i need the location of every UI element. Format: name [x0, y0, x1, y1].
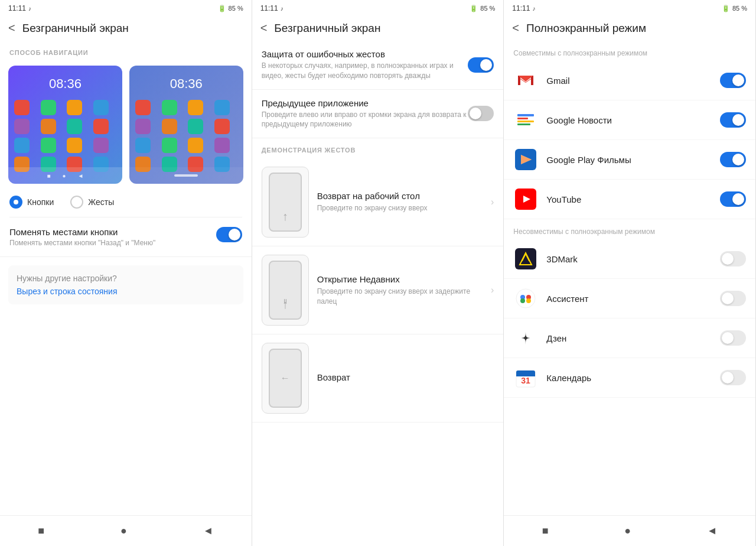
svg-text:31: 31: [522, 376, 531, 385]
calendar-toggle: [720, 370, 746, 385]
gesture-thumb-recent: ↑ ⏸: [262, 255, 309, 326]
status-bar-1: 11:11 ♪ 🔋 85 %: [0, 0, 252, 17]
error-protection-title: Защита от ошибочных жестов: [262, 49, 468, 59]
error-protection-desc: В некоторых случаях, например, в полноэк…: [262, 61, 468, 81]
svg-rect-4: [531, 77, 533, 85]
assistant-icon: [513, 286, 538, 311]
nav-btn-square-1[interactable]: ■: [38, 525, 44, 537]
prev-app-info: Предыдущее приложение Проведите влево ил…: [262, 98, 468, 130]
page-title-1: Безграничный экран: [22, 22, 129, 35]
nav-btn-back-3[interactable]: ◄: [707, 525, 718, 537]
app-row-assistant: Ассистент: [504, 279, 755, 318]
status-bar-3: 11:11 ♪ 🔋 85 %: [504, 0, 755, 17]
svg-rect-7: [517, 118, 528, 119]
app-grid-buttons: [8, 100, 122, 172]
phone-time-gestures: 08:36: [170, 76, 203, 92]
help-question: Нужны другие настройки?: [17, 274, 235, 283]
time-3: 11:11: [512, 4, 530, 12]
app-row-3dmark: 3DMark: [504, 239, 755, 279]
gesture-desc-home: Проведите по экрану снизу вверх: [317, 203, 491, 213]
radio-gestures[interactable]: Жесты: [70, 196, 114, 209]
battery-icon-2: 🔋: [470, 5, 478, 12]
phone-time-buttons: 08:36: [49, 76, 82, 92]
app-row-youtube: YouTube: [504, 180, 755, 219]
radio-buttons[interactable]: Кнопки: [9, 196, 54, 209]
dzen-name: Дзен: [546, 333, 720, 343]
content-2: Защита от ошибочных жестов В некоторых с…: [252, 41, 504, 546]
app-row-calendar: 31 Календарь: [504, 358, 755, 398]
nav-btn-back-1[interactable]: ◄: [203, 525, 213, 537]
threedmark-icon: [513, 246, 538, 271]
page-title-3: Полноэкранный режим: [526, 22, 646, 35]
nav-card-buttons[interactable]: 08:36: [8, 66, 122, 184]
nav-btn-circle-3[interactable]: ●: [624, 525, 631, 537]
svg-rect-3: [518, 77, 520, 85]
back-button-3[interactable]: <: [512, 21, 519, 35]
compatible-label: Совместимы с полноэкранным режимом: [504, 41, 755, 61]
dzen-toggle: [720, 330, 746, 346]
gesture-row-home[interactable]: ↑ Возврат на рабочий стол Проведите по э…: [252, 158, 504, 246]
gesture-desc-recent: Проведите по экрану снизу вверх и задерж…: [317, 287, 491, 307]
error-protection-row: Защита от ошибочных жестов В некоторых с…: [252, 41, 504, 90]
back-button-2[interactable]: <: [260, 21, 268, 35]
app-row-gnews: Google Новости: [504, 100, 755, 140]
gesture-title-home: Возврат на рабочий стол: [317, 191, 491, 201]
gesture-row-recent[interactable]: ↑ ⏸ Открытие Недавних Проведите по экран…: [252, 246, 504, 334]
gesture-chevron-home: ›: [491, 197, 494, 207]
swap-buttons-row: Поменять местами кнопки Поменять местами…: [0, 217, 252, 257]
nav-section-label: СПОСОБ НАВИГАЦИИ: [0, 41, 252, 61]
prev-app-toggle[interactable]: [468, 106, 494, 121]
radio-label-gestures: Жесты: [88, 197, 114, 207]
gesture-title-back: Возврат: [317, 372, 494, 382]
youtube-icon: [513, 187, 538, 212]
gesture-row-back[interactable]: ← Возврат: [252, 334, 504, 422]
panel-fullscreen: 11:11 ♪ 🔋 85 % < Полноэкранный режим Сов…: [504, 0, 756, 546]
back-button-1[interactable]: <: [8, 21, 15, 35]
prev-app-row: Предыдущее приложение Проведите влево ил…: [252, 90, 504, 139]
3dmark-toggle: [720, 251, 746, 266]
help-link[interactable]: Вырез и строка состояния: [17, 287, 235, 296]
calendar-name: Календарь: [546, 373, 720, 383]
nav-btn-square-3[interactable]: ■: [542, 525, 549, 537]
radio-circle-gestures: [70, 196, 83, 209]
error-protection-toggle[interactable]: [468, 57, 494, 73]
music-icon-3: ♪: [532, 5, 535, 12]
battery-icon-3: 🔋: [722, 5, 730, 12]
gplay-toggle[interactable]: [720, 152, 746, 167]
radio-circle-buttons: [9, 196, 22, 209]
bottom-nav-1: ■ ● ◄: [0, 515, 252, 546]
gesture-info-back: Возврат: [317, 372, 494, 385]
music-icon-1: ♪: [28, 5, 31, 12]
bottom-nav-3: ■ ● ◄: [504, 515, 755, 546]
3dmark-name: 3DMark: [546, 254, 720, 264]
gesture-info-recent: Открытие Недавних Проведите по экрану сн…: [317, 274, 491, 307]
assistant-name: Ассистент: [546, 294, 720, 304]
svg-point-19: [520, 298, 525, 303]
prev-app-title: Предыдущее приложение: [262, 98, 468, 108]
youtube-toggle[interactable]: [720, 191, 746, 207]
nav-card-gestures[interactable]: 08:36: [129, 66, 243, 184]
gplay-name: Google Play Фильмы: [546, 155, 720, 165]
swap-toggle[interactable]: [216, 227, 242, 242]
gnews-toggle[interactable]: [720, 112, 746, 128]
error-protection-info: Защита от ошибочных жестов В некоторых с…: [262, 49, 468, 81]
swap-title: Поменять местами кнопки: [9, 227, 216, 237]
svg-rect-9: [517, 124, 530, 125]
battery-level-1: 85 %: [229, 5, 243, 12]
svg-point-20: [526, 298, 531, 303]
time-1: 11:11: [8, 4, 26, 12]
gmail-toggle[interactable]: [720, 73, 746, 88]
gplay-icon: [513, 147, 538, 172]
gesture-chevron-recent: ›: [491, 285, 494, 295]
nav-btn-circle-1[interactable]: ●: [120, 525, 127, 537]
app-grid-gestures: [129, 100, 243, 172]
dzen-icon: [513, 326, 538, 350]
svg-rect-8: [517, 121, 534, 122]
music-icon-2: ♪: [281, 5, 284, 12]
gmail-name: Gmail: [546, 76, 720, 86]
nav-cards: 08:36: [0, 61, 252, 193]
svg-rect-6: [517, 114, 534, 116]
assistant-toggle: [720, 291, 746, 306]
panel-navigation: 11:11 ♪ 🔋 85 % < Безграничный экран СПОС…: [0, 0, 252, 546]
panel-gestures: 11:11 ♪ 🔋 85 % < Безграничный экран Защи…: [252, 0, 504, 546]
